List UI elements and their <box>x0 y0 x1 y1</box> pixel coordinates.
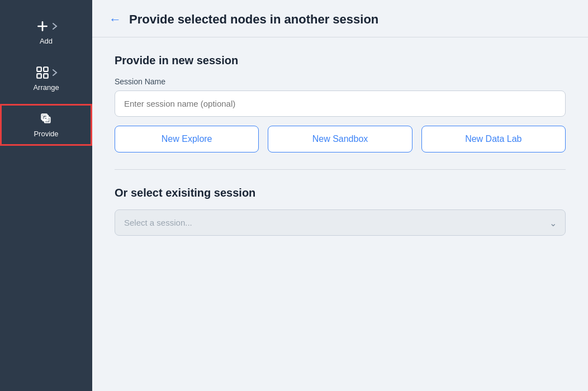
main-panel: ← Provide selected nodes in another sess… <box>92 0 588 391</box>
new-data-lab-button[interactable]: New Data Lab <box>421 126 566 152</box>
sidebar-item-arrange-label: Arrange <box>33 83 59 92</box>
new-sandbox-button[interactable]: New Sandbox <box>268 126 412 152</box>
session-name-input[interactable] <box>115 90 566 117</box>
new-session-section: Provide in new session Session Name New … <box>115 54 566 152</box>
svg-rect-5 <box>44 74 48 78</box>
existing-session-section: Or select exisiting session Select a ses… <box>115 187 566 236</box>
add-icon <box>35 19 58 34</box>
sidebar-item-provide-label: Provide <box>34 130 58 138</box>
arrange-arrow-icon <box>52 69 58 77</box>
session-select-wrapper: Select a session... ⌄ <box>115 209 566 236</box>
arrange-icon <box>35 65 58 80</box>
sidebar-item-add[interactable]: Add <box>0 11 92 53</box>
svg-rect-8 <box>42 116 48 121</box>
new-explore-button[interactable]: New Explore <box>115 126 259 152</box>
session-type-buttons: New Explore New Sandbox New Data Lab <box>115 126 566 152</box>
page-title: Provide selected nodes in another sessio… <box>129 12 378 27</box>
section-divider <box>115 169 566 170</box>
content-area: Provide in new session Session Name New … <box>92 37 588 252</box>
sidebar: Add Arrange Provide <box>0 0 92 391</box>
session-name-label: Session Name <box>115 77 566 86</box>
sidebar-item-arrange[interactable]: Arrange <box>0 58 92 99</box>
new-session-title: Provide in new session <box>115 54 566 67</box>
back-button[interactable]: ← <box>109 12 121 27</box>
sidebar-item-add-label: Add <box>40 37 53 45</box>
svg-rect-2 <box>37 67 41 71</box>
existing-session-title: Or select exisiting session <box>115 187 566 199</box>
header: ← Provide selected nodes in another sess… <box>92 0 588 37</box>
add-arrow-icon <box>52 22 58 30</box>
svg-rect-4 <box>37 74 41 78</box>
sidebar-item-provide[interactable]: Provide <box>0 104 92 146</box>
session-select[interactable]: Select a session... <box>115 209 566 236</box>
svg-rect-3 <box>44 67 48 71</box>
provide-icon <box>39 112 54 126</box>
